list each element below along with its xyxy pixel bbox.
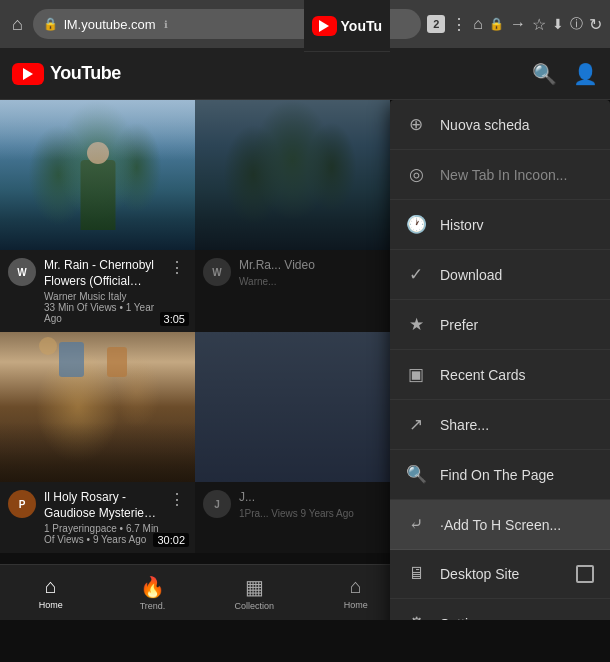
video-title-3: Il Holy Rosary - Gaudiose Mysteries (of … bbox=[44, 490, 159, 521]
share-icon: ↗ bbox=[406, 414, 426, 435]
download-icon: ✓ bbox=[406, 264, 426, 285]
add-home-icon: ⤶ bbox=[406, 514, 426, 535]
youtube-header: YouTube 🔍 👤 YouTu bbox=[0, 48, 610, 100]
youtube-logo-icon bbox=[12, 63, 44, 85]
menu-item-desktop-site[interactable]: 🖥 Desktop Site bbox=[390, 550, 610, 599]
star-icon[interactable]: ☆ bbox=[532, 15, 546, 34]
refresh-icon[interactable]: ↻ bbox=[589, 15, 602, 34]
video-card-4[interactable]: J J... 1Pra... Views 9 Years Ago bbox=[195, 332, 390, 553]
home2-nav-icon: ⌂ bbox=[350, 575, 362, 598]
video-duration-3: 30:02 bbox=[153, 533, 189, 547]
menu-item-find[interactable]: 🔍 Find On The Page bbox=[390, 450, 610, 500]
nav-home[interactable]: ⌂ Home bbox=[0, 571, 102, 614]
settings-icon: ⚙ bbox=[406, 613, 426, 620]
header-icons: 🔍 👤 bbox=[532, 62, 598, 86]
nav-home-icon[interactable]: ⌂ bbox=[473, 15, 483, 33]
channel-avatar-4: J bbox=[203, 490, 231, 518]
recent-cards-icon: ▣ bbox=[406, 364, 426, 385]
second-yt-text: YouTu bbox=[341, 18, 382, 34]
recent-cards-label: Recent Cards bbox=[440, 367, 594, 383]
incognito-label: New Tab In Incoon... bbox=[440, 167, 594, 183]
video-menu-3[interactable]: ⋮ bbox=[167, 490, 187, 509]
video-channel-2: Warne... bbox=[239, 276, 382, 287]
figure-silhouette bbox=[80, 160, 115, 230]
trending-nav-icon: 🔥 bbox=[140, 575, 165, 599]
find-icon: 🔍 bbox=[406, 464, 426, 485]
dl-icon[interactable]: ⬇ bbox=[552, 16, 564, 32]
download-label: Download bbox=[440, 267, 594, 283]
youtube-logo-text: YouTube bbox=[50, 63, 121, 84]
video-meta-2: Mr.Ra... Video Warne... bbox=[239, 258, 382, 287]
collection-nav-label: Collection bbox=[234, 601, 274, 611]
home2-nav-label: Home bbox=[344, 600, 368, 610]
video-channel-3: 1 Prayeringpace • 6.7 Min Of Views • 9 Y… bbox=[44, 523, 159, 545]
menu-item-prefer[interactable]: ★ Prefer bbox=[390, 300, 610, 350]
history-label: Historv bbox=[440, 217, 594, 233]
sky-overlay bbox=[0, 100, 195, 160]
account-icon[interactable]: 👤 bbox=[573, 62, 598, 86]
desktop-checkbox[interactable] bbox=[576, 565, 594, 583]
menu-item-settings[interactable]: ⚙ Settings bbox=[390, 599, 610, 620]
video-card-2[interactable]: W Mr.Ra... Video Warne... bbox=[195, 100, 390, 332]
more-vert-icon[interactable]: ⋮ bbox=[451, 15, 467, 34]
forward-icon[interactable]: → bbox=[510, 15, 526, 33]
video-thumbnail-2 bbox=[195, 100, 390, 250]
menu-item-nuova-scheda[interactable]: ⊕ Nuova scheda bbox=[390, 100, 610, 150]
menu-item-incognito[interactable]: ◎ New Tab In Incoon... bbox=[390, 150, 610, 200]
video-thumbnail-4 bbox=[195, 332, 390, 482]
video-menu-1[interactable]: ⋮ bbox=[167, 258, 187, 277]
new-tab-icon: ⊕ bbox=[406, 114, 426, 135]
video-meta-4: J... 1Pra... Views 9 Years Ago bbox=[239, 490, 382, 519]
tab-count[interactable]: 2 bbox=[427, 15, 445, 33]
video-info-2: W Mr.Ra... Video Warne... bbox=[195, 250, 390, 295]
history-icon: 🕐 bbox=[406, 214, 426, 235]
info-icon[interactable]: ⓘ bbox=[570, 15, 583, 33]
video-thumbnail-1 bbox=[0, 100, 195, 250]
menu-item-add-home[interactable]: ⤶ ·Add To H Screen... bbox=[390, 500, 610, 550]
tab-indicator: ℹ bbox=[164, 19, 168, 30]
figure-gold bbox=[107, 347, 127, 377]
video-channel-4: 1Pra... Views 9 Years Ago bbox=[239, 508, 382, 519]
nav-lock-icon[interactable]: 🔒 bbox=[489, 17, 504, 31]
home-browser-icon[interactable]: ⌂ bbox=[8, 10, 27, 39]
video-duration-1: 3:05 bbox=[160, 312, 189, 326]
settings-label: Settings bbox=[440, 616, 594, 621]
trending-nav-label: Trend. bbox=[140, 601, 166, 611]
video-card[interactable]: 3:05 W Mr. Rain - Chernobyl Flowers (Off… bbox=[0, 100, 195, 332]
menu-item-share[interactable]: ↗ Share... bbox=[390, 400, 610, 450]
context-menu: ⊕ Nuova scheda ◎ New Tab In Incoon... 🕐 … bbox=[390, 100, 610, 620]
video-title-2: Mr.Ra... Video bbox=[239, 258, 382, 274]
figure-blue bbox=[59, 342, 84, 377]
nav-collection[interactable]: ▦ Collection bbox=[203, 571, 305, 615]
add-home-label: ·Add To H Screen... bbox=[440, 517, 594, 533]
video-info-4: J J... 1Pra... Views 9 Years Ago bbox=[195, 482, 390, 527]
video-title-1: Mr. Rain - Chernobyl Flowers (Official V… bbox=[44, 258, 159, 289]
video-views-1: 33 Min Of Views • 1 Year Ago bbox=[44, 302, 159, 324]
second-header-peek: YouTu bbox=[304, 0, 390, 52]
halo bbox=[39, 337, 57, 355]
nav-trending[interactable]: 🔥 Trend. bbox=[102, 571, 204, 615]
collection-nav-icon: ▦ bbox=[245, 575, 264, 599]
video-title-4: J... bbox=[239, 490, 382, 506]
video-card-3[interactable]: 30:02 P Il Holy Rosary - Gaudiose Myster… bbox=[0, 332, 195, 553]
address-text: lM.youtube.com bbox=[64, 17, 156, 32]
second-yt-icon bbox=[312, 16, 337, 36]
video-thumbnail-3 bbox=[0, 332, 195, 482]
video-meta-1: Mr. Rain - Chernobyl Flowers (Official V… bbox=[44, 258, 159, 324]
channel-avatar-2: W bbox=[203, 258, 231, 286]
menu-item-recent-cards[interactable]: ▣ Recent Cards bbox=[390, 350, 610, 400]
menu-item-download[interactable]: ✓ Download bbox=[390, 250, 610, 300]
home-nav-label: Home bbox=[39, 600, 63, 610]
video-meta-3: Il Holy Rosary - Gaudiose Mysteries (of … bbox=[44, 490, 159, 545]
desktop-icon: 🖥 bbox=[406, 564, 426, 584]
home-nav-icon: ⌂ bbox=[45, 575, 57, 598]
video-grid: 3:05 W Mr. Rain - Chernobyl Flowers (Off… bbox=[0, 100, 390, 553]
youtube-logo[interactable]: YouTube bbox=[12, 63, 121, 85]
prefer-label: Prefer bbox=[440, 317, 594, 333]
channel-avatar-3: P bbox=[8, 490, 36, 518]
nuova-scheda-label: Nuova scheda bbox=[440, 117, 594, 133]
content-area: 3:05 W Mr. Rain - Chernobyl Flowers (Off… bbox=[0, 100, 610, 620]
lock-icon: 🔒 bbox=[43, 17, 58, 31]
search-icon[interactable]: 🔍 bbox=[532, 62, 557, 86]
menu-item-history[interactable]: 🕐 Historv bbox=[390, 200, 610, 250]
